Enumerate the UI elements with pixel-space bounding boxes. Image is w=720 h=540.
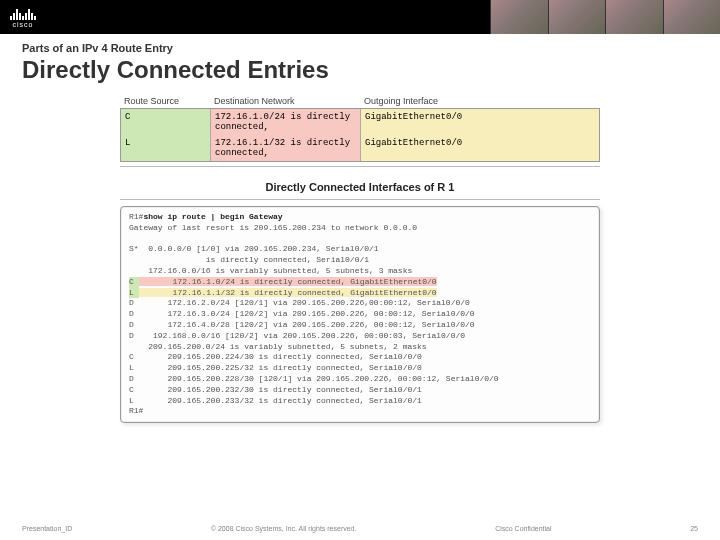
row0-out: GigabitEthernet0/0 xyxy=(361,109,599,135)
header-route-source: Route Source xyxy=(124,96,214,106)
logo-text: cisco xyxy=(13,21,34,28)
slide-kicker: Parts of an IPv 4 Route Entry xyxy=(22,42,698,54)
hl1-src: L xyxy=(129,288,139,299)
t2-line-3: D 192.168.0.0/16 [120/2] via 209.165.200… xyxy=(129,331,465,340)
row1-dst: 172.16.1.1/32 xyxy=(215,138,285,148)
footer: Presentation_ID © 2008 Cisco Systems, In… xyxy=(0,525,720,532)
row0-dst: 172.16.1.0/24 xyxy=(215,112,285,122)
t2-line-7: D 209.165.200.228/30 [120/1] via 209.165… xyxy=(129,374,499,383)
t-line-1: is directly connected, Serial0/0/1 xyxy=(129,255,369,264)
row1-out: GigabitEthernet0/0 xyxy=(361,135,599,161)
route-grid: C 172.16.1.0/24 is directly connected, G… xyxy=(120,108,600,162)
command: show ip route | begin Gateway xyxy=(143,212,282,221)
t2-line-5: C 209.165.200.224/30 is directly connect… xyxy=(129,352,422,361)
footer-right: Cisco Confidential xyxy=(495,525,551,532)
cisco-logo: cisco xyxy=(10,6,36,28)
t-line-0: S* 0.0.0.0/0 [1/0] via 209.165.200.234, … xyxy=(129,244,379,253)
row0-src: C xyxy=(121,109,211,135)
row1-src: L xyxy=(121,135,211,161)
gateway-line: Gateway of last resort is 209.165.200.23… xyxy=(129,223,417,232)
hl0-rest: 172.16.1.0/24 is directly connected, Gig… xyxy=(139,277,437,286)
terminal-output: R1#show ip route | begin Gateway Gateway… xyxy=(120,206,600,423)
hl1-rest: 172.16.1.1/32 is directly connected, Gig… xyxy=(139,288,437,297)
t2-line-9: L 209.165.200.233/32 is directly connect… xyxy=(129,396,422,405)
t2-line-8: C 209.165.200.232/30 is directly connect… xyxy=(129,385,422,394)
hl0-src: C xyxy=(129,277,139,288)
t2-line-4: 209.165.200.0/24 is variably subnetted, … xyxy=(129,342,427,351)
footer-page: 25 xyxy=(690,525,698,532)
banner-photos xyxy=(490,0,720,34)
top-banner: cisco xyxy=(0,0,720,34)
header-destination-network: Destination Network xyxy=(214,96,364,106)
t-line-2: 172.16.0.0/16 is variably subnetted, 5 s… xyxy=(129,266,412,275)
route-figure: Route Source Destination Network Outgoin… xyxy=(120,94,600,423)
prompt: R1# xyxy=(129,212,143,221)
t2-line-0: D 172.16.2.0/24 [120/1] via 209.165.200.… xyxy=(129,298,470,307)
t2-line-2: D 172.16.4.0/28 [120/2] via 209.165.200.… xyxy=(129,320,475,329)
t2-line-10: R1# xyxy=(129,406,143,415)
footer-center: © 2008 Cisco Systems, Inc. All rights re… xyxy=(211,525,357,532)
header-outgoing-interface: Outgoing Interface xyxy=(364,96,596,106)
footer-left: Presentation_ID xyxy=(22,525,72,532)
panel-title: Directly Connected Interfaces of R 1 xyxy=(120,181,600,193)
t2-line-1: D 172.16.3.0/24 [120/2] via 209.165.200.… xyxy=(129,309,475,318)
slide-title: Directly Connected Entries xyxy=(22,56,698,84)
t2-line-6: L 209.165.200.225/32 is directly connect… xyxy=(129,363,422,372)
